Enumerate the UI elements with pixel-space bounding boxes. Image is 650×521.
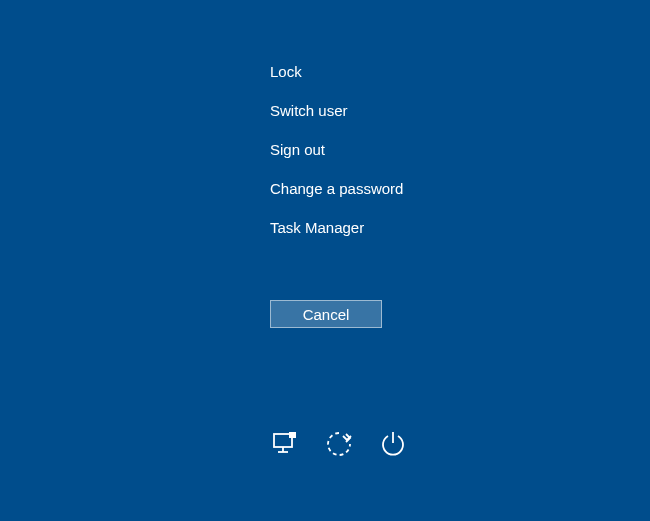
power-icon[interactable]	[378, 429, 408, 459]
svg-rect-3	[289, 432, 296, 438]
menu-item-lock[interactable]: Lock	[270, 52, 403, 91]
ease-of-access-icon[interactable]	[324, 429, 354, 459]
menu-item-task-manager[interactable]: Task Manager	[270, 208, 403, 247]
bottom-icon-bar	[270, 429, 408, 459]
menu-item-change-password[interactable]: Change a password	[270, 169, 403, 208]
network-icon[interactable]	[270, 429, 300, 459]
menu-item-switch-user[interactable]: Switch user	[270, 91, 403, 130]
menu-item-sign-out[interactable]: Sign out	[270, 130, 403, 169]
cancel-button[interactable]: Cancel	[270, 300, 382, 328]
security-options-menu: Lock Switch user Sign out Change a passw…	[270, 52, 403, 247]
